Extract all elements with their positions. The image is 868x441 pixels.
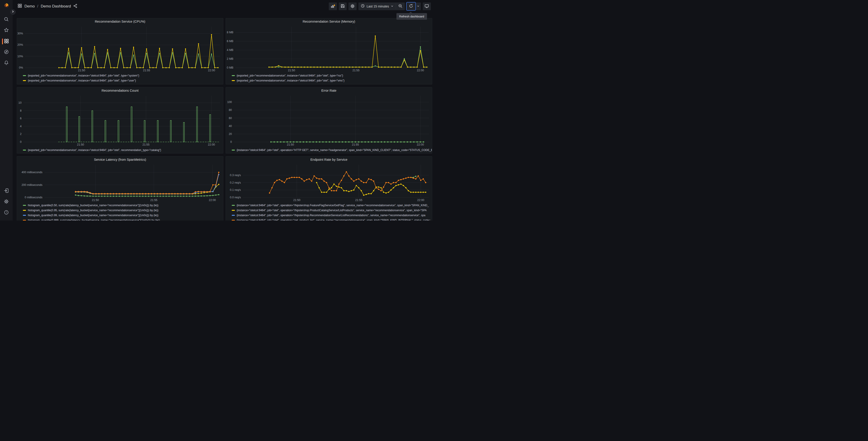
legend-swatch <box>232 80 235 81</box>
gear-icon <box>4 199 9 205</box>
legend-label: {exported_job="recommendationservice", i… <box>237 74 343 77</box>
add-panel-button[interactable] <box>329 2 337 10</box>
svg-text:21:50: 21:50 <box>293 199 300 202</box>
legend-label: {instance="otelcol:9464", job="otel", op… <box>237 219 430 221</box>
svg-text:10%: 10% <box>18 55 23 58</box>
sidebar-item-starred[interactable] <box>0 25 13 36</box>
panel-service-latency: Service Latency (from SpanMetrics) 0 mil… <box>17 156 223 220</box>
svg-text:0: 0 <box>230 140 232 144</box>
cycle-view-mode-button[interactable] <box>423 2 431 10</box>
chevron-right-icon <box>11 10 14 14</box>
sidebar-item-sign-in[interactable] <box>0 186 13 197</box>
legend-item[interactable]: {instance="otelcol:9464", job="otel", op… <box>232 208 431 212</box>
legend-item[interactable]: {instance="otelcol:9464", job="otel", op… <box>232 218 431 220</box>
legend-item[interactable]: {exported_job="recommendationservice", i… <box>23 148 222 152</box>
refresh-icon <box>409 4 413 9</box>
sidebar-item-dashboards[interactable] <box>0 36 13 47</box>
svg-text:21:55: 21:55 <box>150 199 157 202</box>
clock-icon <box>361 4 365 9</box>
star-icon <box>4 28 9 33</box>
panel-title[interactable]: Error Rate <box>226 87 432 93</box>
legend-item[interactable]: histogram_quantile(0.99, sum(rate(latenc… <box>23 213 222 217</box>
panel-recommendations-count: Recommendations Count 024681021:5021:552… <box>17 87 223 153</box>
legend-item[interactable]: {exported_job="recommendationservice", i… <box>23 74 222 78</box>
svg-text:20: 20 <box>229 133 232 136</box>
svg-text:0.2 req/s: 0.2 req/s <box>230 181 241 184</box>
legend-item[interactable]: histogram_quantile(0.999, sum(rate(laten… <box>23 218 222 220</box>
memory-chart[interactable]: 0 MB2 MB4 MB6 MB8 MB21:5021:5522:00 <box>226 25 432 73</box>
svg-text:22:00: 22:00 <box>417 143 424 146</box>
legend-swatch <box>23 210 26 211</box>
sidebar-top-group <box>0 14 13 68</box>
legend-item[interactable]: {instance="otelcol:9464", job="otel", op… <box>232 148 431 152</box>
svg-text:22:00: 22:00 <box>208 143 215 146</box>
legend-item[interactable]: {exported_job="recommendationservice", i… <box>232 78 431 83</box>
svg-text:8: 8 <box>20 109 22 112</box>
legend-item[interactable]: {instance="otelcol:9464", job="otel", op… <box>232 213 431 217</box>
dashboard-settings-button[interactable] <box>348 2 356 10</box>
time-range-picker[interactable]: Last 15 minutes <box>359 2 396 10</box>
legend-item[interactable]: {exported_job="recommendationservice", i… <box>232 74 431 78</box>
breadcrumb-page-title[interactable]: Demo Dashboard <box>41 4 71 9</box>
legend-swatch <box>232 220 235 221</box>
refresh-interval-picker[interactable] <box>415 2 421 10</box>
svg-text:?: ? <box>6 211 7 214</box>
cpu-chart[interactable]: 0%10%20%30%21:5021:5522:00 <box>17 25 223 73</box>
svg-text:21:55: 21:55 <box>143 69 150 72</box>
sidebar-item-settings[interactable] <box>0 197 13 207</box>
share-icon[interactable] <box>73 4 78 9</box>
legend-item[interactable]: {exported_job="recommendationservice", i… <box>23 78 222 83</box>
chevron-down-icon <box>417 4 420 8</box>
recommendations-count-chart[interactable]: 024681021:5021:5522:00 <box>17 93 223 147</box>
svg-text:21:55: 21:55 <box>355 199 362 202</box>
monitor-icon <box>425 4 429 9</box>
refresh-dashboard-button[interactable] <box>407 2 415 10</box>
panel-title[interactable]: Recommendations Count <box>17 87 223 93</box>
legend-item[interactable]: histogram_quantile(0.50, sum(rate(latenc… <box>23 203 222 207</box>
svg-text:0: 0 <box>20 140 22 144</box>
chart-svg: 0%10%20%30%21:5021:5522:00 <box>17 25 223 73</box>
breadcrumb-section[interactable]: Demo <box>25 4 35 9</box>
chevron-down-icon <box>391 4 394 8</box>
svg-text:20%: 20% <box>18 43 23 47</box>
endpoint-rate-chart[interactable]: 0.0 req/s0.1 req/s0.2 req/s0.3 req/s21:5… <box>226 163 432 202</box>
panel-endpoint-rate: Endpoint Rate by Service 0.0 req/s0.1 re… <box>226 156 432 220</box>
chart-svg: 0.0 req/s0.1 req/s0.2 req/s0.3 req/s21:5… <box>226 163 432 202</box>
panel-title[interactable]: Recommendation Service (CPU%) <box>17 18 223 25</box>
sidebar-bottom-group: ? <box>0 186 13 220</box>
breadcrumb: Demo / Demo Dashboard <box>18 4 78 9</box>
refresh-group <box>407 2 421 10</box>
legend-label: {exported_job="recommendationservice", i… <box>28 79 136 82</box>
sidebar-item-explore[interactable] <box>0 47 13 58</box>
sidebar-item-search[interactable] <box>0 14 13 25</box>
error-rate-chart[interactable]: 02040608010021:5021:5522:00 <box>226 93 432 147</box>
compass-icon <box>4 49 9 55</box>
sidebar-item-alerting[interactable] <box>0 58 13 68</box>
svg-text:30%: 30% <box>18 32 23 35</box>
svg-text:21:50: 21:50 <box>287 143 294 146</box>
legend-swatch <box>232 210 235 211</box>
panel-title[interactable]: Endpoint Rate by Service <box>226 156 432 163</box>
svg-text:6: 6 <box>20 117 22 120</box>
top-header: Demo / Demo Dashboard <box>13 0 434 13</box>
dashboard-toolbar: Last 15 minutes <box>329 2 431 10</box>
svg-text:2: 2 <box>20 133 22 136</box>
dashboards-grid-icon[interactable] <box>18 4 22 9</box>
grafana-logo[interactable] <box>3 2 10 9</box>
zoom-out-icon <box>398 4 403 9</box>
legend-item[interactable]: {instance="otelcol:9464", job="otel", op… <box>232 203 431 207</box>
save-icon <box>341 4 345 9</box>
svg-text:0.3 req/s: 0.3 req/s <box>230 174 241 177</box>
zoom-out-button[interactable] <box>396 2 405 10</box>
dashboards-grid-icon <box>4 39 9 45</box>
legend-item[interactable]: histogram_quantile(0.95, sum(rate(latenc… <box>23 208 222 212</box>
chart-svg: 0 milliseconds200 milliseconds400 millis… <box>17 163 223 202</box>
sidebar-item-help[interactable]: ? <box>0 207 13 218</box>
chart-svg: 02040608010021:5021:5522:00 <box>226 93 432 147</box>
panel-title[interactable]: Service Latency (from SpanMetrics) <box>17 156 223 163</box>
help-icon: ? <box>4 210 9 216</box>
service-latency-chart[interactable]: 0 milliseconds200 milliseconds400 millis… <box>17 163 223 202</box>
save-dashboard-button[interactable] <box>339 2 347 10</box>
svg-text:21:50: 21:50 <box>288 69 295 72</box>
sidebar-expand-button[interactable] <box>10 9 16 15</box>
